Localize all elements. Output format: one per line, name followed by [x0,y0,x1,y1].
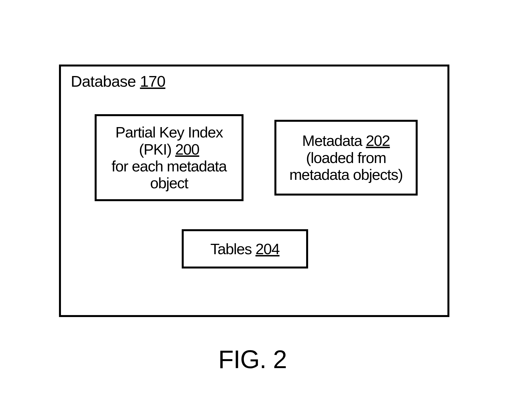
metadata-line2: (loaded from [306,149,386,166]
pki-line3: for each metadata [112,158,227,175]
metadata-box: Metadata 202 (loaded from metadata objec… [274,120,418,196]
metadata-content: Metadata 202 (loaded from metadata objec… [274,120,418,196]
metadata-line1: Metadata 202 [302,132,390,149]
database-label-text: Database [71,72,140,90]
tables-number: 204 [256,240,280,257]
database-number: 170 [140,72,165,90]
pki-line1: Partial Key Index [115,124,223,141]
database-container: Database 170 Partial Key Index (PKI) 200… [59,65,449,317]
tables-line: Tables 204 [210,240,279,257]
tables-content: Tables 204 [182,229,308,268]
pki-box: Partial Key Index (PKI) 200 for each met… [95,114,244,201]
pki-line2: (PKI) 200 [139,141,199,158]
pki-number: 200 [175,141,199,158]
metadata-number: 202 [366,132,390,149]
database-label: Database 170 [71,72,165,90]
figure-caption: FIG. 2 [0,345,505,374]
metadata-line3: metadata objects) [289,166,403,183]
pki-line4: object [150,175,188,191]
pki-content: Partial Key Index (PKI) 200 for each met… [95,114,244,201]
tables-box: Tables 204 [182,229,308,268]
